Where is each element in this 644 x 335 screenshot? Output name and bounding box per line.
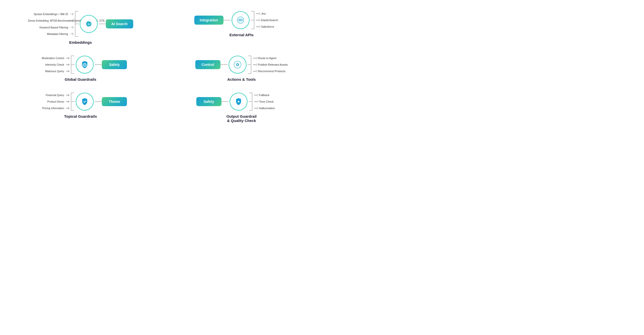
section-topical-guardrails: Financial Query Product Demo Pricing Inf…: [5, 89, 156, 125]
list-item: Hallucination: [254, 107, 275, 110]
pill-ai-search: AI Search: [106, 19, 133, 28]
shield-star-icon: [234, 97, 243, 106]
section-embeddings: Sprase Embeddings + BM 25 Dense Embeddin…: [5, 8, 156, 47]
chip-icon: AI: [84, 19, 93, 28]
right-labels-actions-tools: Route to Agent Publish Relevant Assets R…: [248, 55, 288, 75]
flow-global-guardrails: Moderation Control Inferiority Check Mal…: [10, 55, 151, 75]
list-item: Moderation Control: [42, 57, 69, 60]
icon-circle-embeddings: AI: [80, 15, 98, 33]
label-text: Jira: [261, 12, 266, 15]
flow-output-guardrail: Safety Fallback: [171, 92, 312, 112]
list-item: Malicious Query: [45, 70, 69, 73]
arrow-icon: [254, 94, 258, 96]
shield-globe-icon: [80, 60, 89, 69]
list-item: Publish Relevant Assets: [253, 63, 288, 66]
label-text: ElasticSearch: [261, 19, 278, 22]
arrow-icon: [69, 19, 73, 22]
connector-mid-control: [220, 64, 227, 65]
connector-mid-external-apis: [223, 20, 231, 20]
label-text: Sprase Embeddings + BM 25: [34, 13, 68, 16]
list-item: Financial Query: [46, 94, 69, 97]
icon-circle-topical-guardrails: [76, 93, 94, 111]
icon-circle-external-apis: RPI: [232, 11, 250, 29]
list-item: Fallback: [254, 94, 269, 97]
list-item: Tone Check: [254, 100, 274, 103]
arrow-icon: [253, 63, 257, 66]
left-labels-embeddings: Sprase Embeddings + BM 25 Dense Embeddin…: [28, 10, 79, 38]
section-title-external-apis: External APIs: [229, 33, 254, 37]
svg-text:RPI: RPI: [239, 19, 243, 22]
arrow-icon: [65, 70, 69, 72]
svg-text:AI: AI: [87, 23, 90, 25]
label-text: Inferiority Check: [45, 63, 64, 66]
arrow-icon: [69, 26, 73, 29]
section-title-actions-tools: Actions & Tools: [227, 77, 256, 81]
icon-circle-global-guardrails: [76, 56, 94, 74]
svg-point-24: [237, 64, 238, 65]
label-text: Pricing Information: [42, 107, 64, 110]
label-text: Financial Query: [46, 94, 64, 97]
label-text: Keyword Based Filtering: [39, 26, 68, 29]
left-labels-global-guardrails: Moderation Control Inferiority Check Mal…: [34, 55, 75, 75]
arrow-icon: [69, 33, 73, 35]
list-item: Sprase Embeddings + BM 25: [34, 13, 73, 16]
label-text: Route to Agent: [258, 57, 277, 60]
bracket-left-svg: [69, 55, 75, 75]
left-labels-topical-guardrails: Financial Query Product Demo Pricing Inf…: [34, 92, 75, 112]
connector-mid-guardrails: [95, 64, 102, 65]
left-label-list-topical-guardrails: Financial Query Product Demo Pricing Inf…: [34, 94, 69, 110]
bracket-left-svg: [69, 92, 75, 112]
list-item: Pricing Information: [42, 107, 69, 110]
label-text: Product Demo: [47, 100, 64, 103]
connector-mid-topical: [95, 101, 102, 102]
arrow-icon: [65, 100, 69, 103]
gear-icon: [233, 60, 242, 69]
flow-external-apis: Integration RPI Ji: [171, 10, 312, 30]
arrow-icon: [254, 107, 258, 109]
list-item: Salesforce: [256, 25, 274, 28]
bracket-left-svg: [73, 10, 79, 38]
section-title-global-guardrails: Global Guardrails: [65, 77, 96, 81]
flow-embeddings: Sprase Embeddings + BM 25 Dense Embeddin…: [10, 10, 151, 38]
section-external-apis: Integration RPI Ji: [166, 8, 317, 47]
label-text: Tone Check: [259, 100, 274, 103]
arrow-icon: [65, 94, 69, 96]
left-label-list-global-guardrails: Moderation Control Inferiority Check Mal…: [34, 57, 69, 73]
bracket-right-svg: [248, 55, 253, 75]
label-text: Metadata Filtering: [47, 32, 68, 35]
icon-circle-output-guardrail: [229, 93, 248, 111]
list-item: Jira: [256, 12, 266, 15]
list-item: Product Demo: [47, 100, 69, 103]
api-icon: RPI: [236, 16, 245, 25]
label-text: Salesforce: [261, 25, 274, 28]
flow-actions-tools: Control: [171, 55, 312, 75]
list-item: ElasticSearch: [256, 19, 278, 22]
right-labels-output-guardrail: Fallback Tone Check Hallucination: [249, 92, 287, 112]
connector-mid-output: [221, 101, 228, 102]
pill-integration: Integration: [194, 16, 223, 25]
list-item: Inferiority Check: [45, 63, 69, 66]
section-title-output-guardrail: Output Guardrail & Quality Check: [226, 114, 257, 123]
pill-safety: Safety: [102, 60, 127, 69]
arrow-icon: [256, 12, 260, 15]
diagram-container: Sprase Embeddings + BM 25 Dense Embeddin…: [0, 0, 322, 133]
arrow-icon: [253, 57, 257, 59]
right-labels-external-apis: Jira ElasticSearch Salesforce: [251, 10, 289, 30]
arrow-icon: [69, 13, 73, 15]
label-text: Hallucination: [259, 107, 275, 110]
section-title-topical-guardrails: Topical Guardrails: [64, 114, 97, 118]
label-text: Fallback: [259, 94, 269, 97]
left-label-list-embeddings: Sprase Embeddings + BM 25 Dense Embeddin…: [28, 13, 73, 35]
label-text: Moderation Control: [42, 57, 64, 60]
list-item: Keyword Based Filtering: [39, 26, 73, 29]
right-label-list-external-apis: Jira ElasticSearch Salesforce: [256, 12, 289, 28]
section-global-guardrails: Moderation Control Inferiority Check Mal…: [5, 52, 156, 84]
arrow-icon: [254, 100, 258, 103]
arrow-icon: [65, 107, 69, 109]
section-actions-tools: Control: [166, 52, 317, 84]
label-text: Malicious Query: [45, 70, 64, 73]
arrow-icon: [65, 57, 69, 59]
bracket-right-svg: [251, 10, 256, 30]
label-text: Publish Relevant Assets: [258, 63, 288, 66]
pill-theme: Theme: [102, 97, 127, 106]
